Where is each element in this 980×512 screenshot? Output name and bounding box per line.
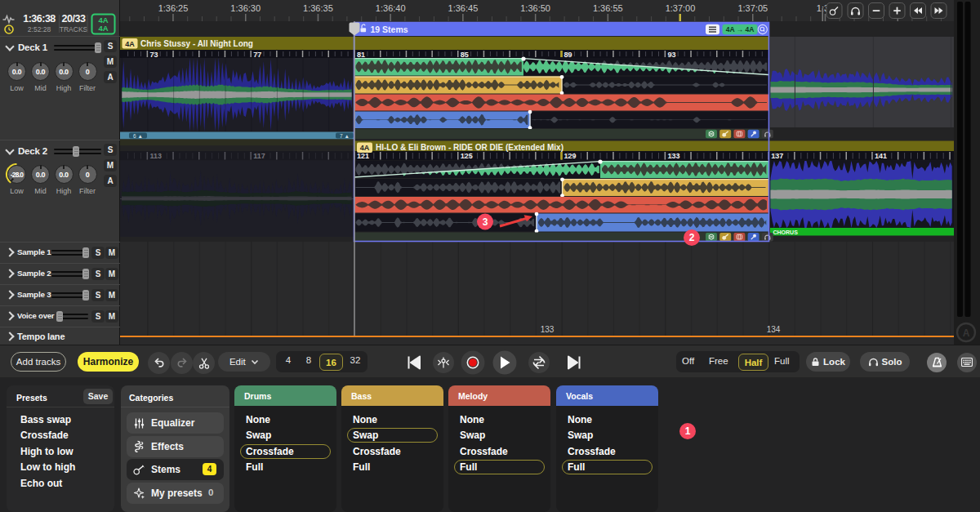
svg-text:1:36:50: 1:36:50 — [520, 3, 550, 13]
svg-text:1:36:55: 1:36:55 — [593, 3, 623, 13]
svg-text:89: 89 — [564, 51, 572, 59]
svg-text:HI-LO & Eli Brown - RIDE OR DI: HI-LO & Eli Brown - RIDE OR DIE (Extende… — [376, 143, 564, 152]
svg-text:117: 117 — [253, 152, 265, 160]
svg-text:1:36:38: 1:36:38 — [23, 13, 56, 24]
svg-text:4A: 4A — [98, 16, 108, 24]
svg-text:93: 93 — [667, 51, 675, 59]
svg-text:134: 134 — [767, 325, 781, 334]
svg-text:121: 121 — [357, 152, 369, 160]
svg-text:81: 81 — [357, 51, 365, 59]
svg-text:133: 133 — [667, 152, 679, 160]
svg-text:1:36:40: 1:36:40 — [376, 3, 406, 13]
svg-text:73: 73 — [149, 51, 158, 59]
svg-text:1:36:45: 1:36:45 — [448, 3, 479, 13]
svg-text:85: 85 — [461, 51, 469, 59]
svg-text:1:37:05: 1:37:05 — [737, 3, 768, 13]
svg-text:6 ▲: 6 ▲ — [133, 133, 143, 139]
svg-text:77: 77 — [253, 51, 261, 59]
svg-text:2: 2 — [689, 232, 695, 243]
svg-text:141: 141 — [875, 152, 887, 160]
svg-text:2:52:28: 2:52:28 — [28, 25, 51, 33]
svg-text:TRACKS: TRACKS — [60, 25, 88, 33]
svg-text:133: 133 — [541, 325, 555, 334]
svg-text:129: 129 — [564, 152, 577, 160]
svg-text:20/33: 20/33 — [62, 13, 86, 24]
svg-text:7 ▲: 7 ▲ — [340, 133, 350, 139]
svg-text:113: 113 — [149, 152, 162, 160]
svg-text:Chris Stussy - All Night Long: Chris Stussy - All Night Long — [140, 39, 253, 48]
svg-text:137: 137 — [771, 152, 783, 160]
svg-text:125: 125 — [461, 152, 473, 160]
svg-text:A: A — [963, 327, 970, 339]
svg-text:4A: 4A — [98, 24, 108, 33]
svg-text:1:36:35: 1:36:35 — [303, 3, 333, 13]
svg-text:4A: 4A — [125, 40, 135, 48]
svg-text:4A: 4A — [360, 144, 370, 152]
svg-text:4A → 4A: 4A → 4A — [726, 25, 755, 33]
svg-text:CHORUS: CHORUS — [773, 229, 799, 235]
svg-text:1:36:25: 1:36:25 — [158, 3, 189, 13]
svg-text:3: 3 — [483, 216, 488, 228]
svg-text:1:36:30: 1:36:30 — [230, 3, 261, 13]
svg-text:19 Stems: 19 Stems — [371, 24, 408, 34]
svg-text:1:37:00: 1:37:00 — [666, 3, 696, 13]
